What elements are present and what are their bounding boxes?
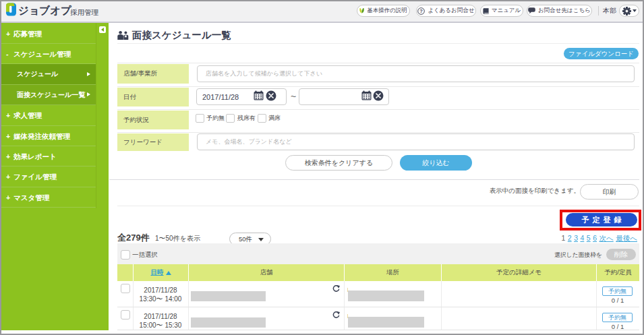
svg-text:?: ? bbox=[420, 8, 423, 14]
